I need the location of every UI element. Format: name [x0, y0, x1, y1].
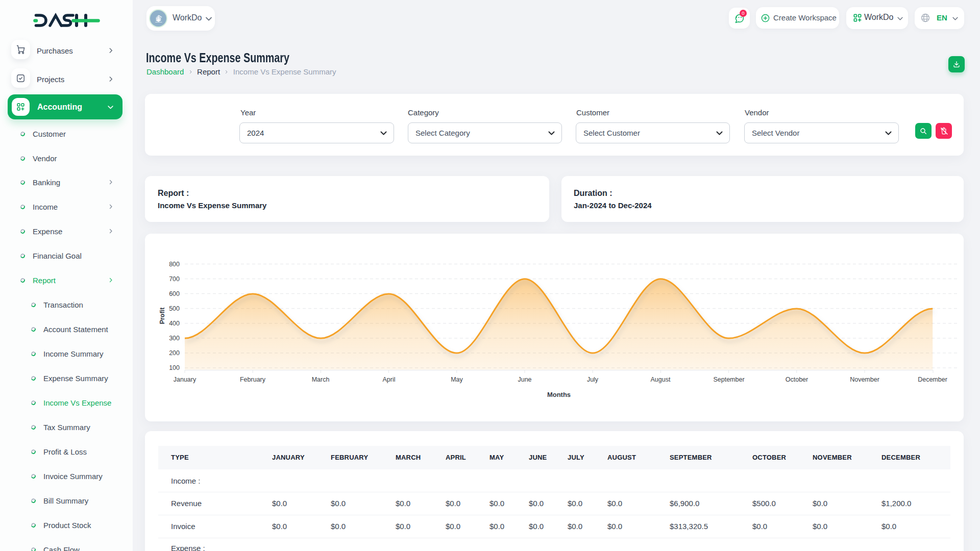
svg-text:January: January	[174, 376, 197, 383]
svg-text:200: 200	[169, 349, 180, 357]
svg-text:November: November	[850, 376, 879, 383]
svg-text:October: October	[786, 376, 808, 383]
svg-text:September: September	[713, 376, 744, 383]
svg-text:July: July	[587, 376, 599, 383]
svg-text:February: February	[240, 376, 266, 383]
svg-text:August: August	[651, 376, 671, 383]
svg-text:March: March	[312, 376, 330, 383]
svg-text:April: April	[382, 376, 395, 383]
svg-text:600: 600	[169, 290, 180, 297]
svg-text:400: 400	[169, 320, 180, 327]
svg-text:December: December	[918, 376, 947, 383]
svg-text:800: 800	[169, 261, 180, 268]
svg-text:Months: Months	[547, 391, 571, 398]
svg-text:700: 700	[169, 276, 180, 283]
svg-text:June: June	[518, 376, 531, 383]
svg-text:Profit: Profit	[159, 307, 166, 324]
svg-text:300: 300	[169, 335, 180, 342]
svg-text:May: May	[451, 376, 463, 383]
svg-text:100: 100	[169, 364, 180, 371]
svg-text:500: 500	[169, 305, 180, 312]
